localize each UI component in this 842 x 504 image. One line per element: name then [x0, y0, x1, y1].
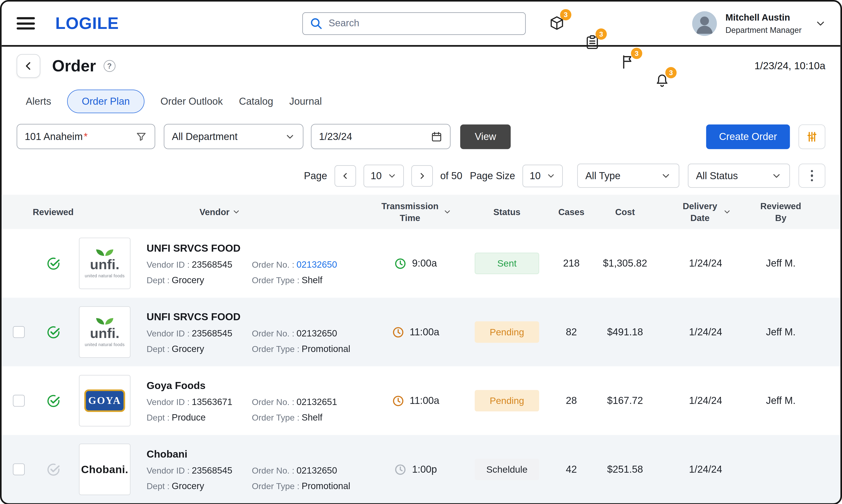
order-info: Order No. :02132650 Order Type :Promotio…: [246, 298, 370, 366]
dept: Grocery: [172, 344, 204, 354]
vendor-id: 13563671: [192, 397, 232, 407]
more-options-button[interactable]: [798, 164, 825, 188]
table-row: GOYA Goya Foods Vendor ID :13563671 Dept…: [2, 366, 840, 435]
cases-cell: 82: [553, 326, 590, 338]
user-info: Mitchell Austin Department Manager: [725, 12, 802, 35]
page-title: Order: [52, 57, 96, 75]
store-filter[interactable]: 101 Anaheim*: [17, 124, 155, 149]
page-number-select[interactable]: 10: [363, 164, 404, 187]
col-delivery-date[interactable]: Delivery Date: [660, 200, 751, 224]
tasks-count-badge: 3: [596, 28, 607, 39]
cases-cell: 218: [553, 257, 590, 269]
page-size-label: Page Size: [470, 170, 515, 182]
col-transmission-time[interactable]: Transmission Time: [370, 200, 461, 224]
notifications-button[interactable]: 3: [653, 72, 672, 91]
vendor-name: Chobani: [147, 448, 247, 461]
sort-chevron-down-icon: [232, 208, 241, 216]
prev-page-button[interactable]: [334, 165, 356, 186]
unfi-leaves-icon: [95, 317, 114, 325]
vendor-id: 23568545: [192, 466, 232, 476]
order-type: Promotional: [302, 481, 350, 491]
col-reviewed-by: Reviewed By: [751, 200, 840, 224]
dept: Grocery: [172, 275, 204, 285]
vendor-id: 23568545: [192, 328, 232, 339]
help-icon[interactable]: ?: [103, 60, 115, 72]
row-checkbox[interactable]: [13, 326, 25, 338]
transmission-time: 11:00a: [410, 326, 439, 338]
status-cell: Pending: [461, 321, 553, 343]
order-number: 02132650: [296, 466, 337, 476]
table-row: Chobani. Chobani Vendor ID :23568545 Dep…: [2, 435, 840, 504]
row-checkbox[interactable]: [13, 464, 25, 475]
department-select[interactable]: All Department: [164, 124, 304, 149]
order-info: Order No. :02132650 Order Type :Shelf: [246, 229, 370, 298]
check-circle-icon[interactable]: [46, 325, 60, 339]
tasks-button[interactable]: 3: [583, 33, 602, 52]
back-button[interactable]: [17, 54, 40, 78]
date-picker[interactable]: 1/23/24: [311, 124, 451, 149]
tab-order-plan[interactable]: Order Plan: [67, 90, 144, 113]
next-page-button[interactable]: [411, 165, 433, 186]
tab-order-outlook[interactable]: Order Outlook: [160, 90, 223, 112]
reviewed-by-cell: Jeff M.: [751, 326, 840, 338]
tab-bar: Alerts Order Plan Order Outlook Catalog …: [2, 78, 840, 113]
calendar-icon: [431, 130, 443, 142]
list-filters: All Type All Status: [577, 164, 825, 188]
cases-cell: 42: [553, 464, 590, 475]
chevron-down-icon: [546, 171, 556, 180]
hamburger-menu-icon[interactable]: [17, 14, 35, 32]
tab-alerts[interactable]: Alerts: [26, 90, 51, 112]
tab-catalog[interactable]: Catalog: [239, 90, 273, 112]
pagination-controls: Page 10 of 50 Page Size 10: [304, 164, 563, 187]
cases-cell: 28: [553, 395, 590, 407]
col-status: Status: [461, 207, 553, 217]
user-avatar[interactable]: [692, 11, 717, 36]
transmission-time: 1:00p: [412, 464, 437, 475]
flags-count-badge: 3: [631, 48, 642, 59]
user-menu-chevron-down-icon[interactable]: [814, 18, 826, 29]
type-filter-select[interactable]: All Type: [577, 164, 679, 188]
flags-button[interactable]: 3: [618, 52, 637, 72]
check-circle-icon[interactable]: [46, 393, 60, 408]
sliders-icon: [805, 130, 818, 143]
view-button[interactable]: View: [460, 124, 511, 149]
vendor-info: Chobani Vendor ID :23568545 Dept :Grocer…: [139, 435, 246, 504]
status-cell: Scheldule: [461, 458, 553, 480]
page-timestamp: 1/23/24, 10:10a: [755, 60, 825, 72]
transmission-time: 11:00a: [410, 395, 439, 407]
order-number: 02132651: [296, 397, 337, 407]
transmission-time: 9:00a: [412, 257, 437, 269]
status-badge: Pending: [475, 390, 539, 411]
status-badge: Pending: [475, 321, 539, 343]
vendor-name: Goya Foods: [147, 379, 247, 392]
delivery-date-cell: 1/24/24: [660, 395, 751, 407]
search-input[interactable]: [329, 18, 519, 29]
delivery-date-cell: 1/24/24: [660, 464, 751, 475]
search-box[interactable]: [303, 12, 526, 35]
page-size-select[interactable]: 10: [523, 164, 563, 187]
orders-button[interactable]: 3: [547, 14, 567, 33]
clock-icon: [394, 463, 407, 475]
check-circle-icon[interactable]: [46, 462, 60, 476]
status-cell: Sent: [461, 253, 553, 274]
unfi-logo: unfi. united natural foods: [79, 238, 131, 289]
cost-cell: $1,305.82: [590, 257, 660, 269]
top-bar: LOGILE 3 3 3: [2, 2, 840, 47]
sort-chevron-down-icon: [443, 208, 451, 216]
col-vendor[interactable]: Vendor: [70, 207, 370, 217]
delivery-date-cell: 1/24/24: [660, 326, 751, 338]
row-checkbox[interactable]: [13, 395, 25, 407]
chevron-down-icon: [285, 131, 295, 142]
reviewed-by-cell: Jeff M.: [751, 395, 840, 407]
status-filter-select[interactable]: All Status: [688, 164, 790, 188]
page-size-value: 10: [530, 170, 540, 182]
transmission-time-cell: 9:00a: [370, 257, 461, 269]
page-number-value: 10: [371, 170, 381, 182]
check-circle-icon[interactable]: [46, 256, 60, 270]
tab-journal[interactable]: Journal: [289, 90, 322, 112]
create-order-button[interactable]: Create Order: [706, 124, 790, 149]
chevron-down-icon: [387, 171, 397, 180]
order-number-link[interactable]: 02132650: [296, 259, 337, 270]
clock-icon: [394, 257, 407, 269]
column-settings-button[interactable]: [798, 124, 825, 149]
